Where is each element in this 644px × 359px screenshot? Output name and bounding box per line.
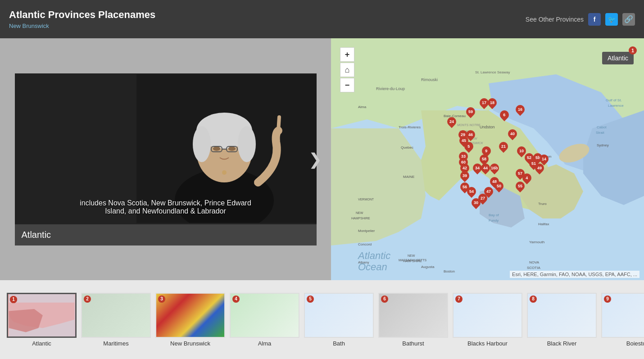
svg-point-13 — [222, 170, 227, 175]
thumbnail-item-6[interactable]: 6Bathurst — [378, 293, 448, 347]
thumbnail-label-4: Alma — [258, 340, 272, 347]
svg-text:Lawrence: Lawrence — [608, 104, 624, 108]
svg-text:VERMONT: VERMONT — [358, 198, 374, 201]
svg-text:Trois-Rivieres: Trois-Rivieres — [399, 125, 421, 129]
thumbnail-item-4[interactable]: 4Alma — [230, 293, 299, 347]
svg-text:Fundy: Fundy — [489, 218, 499, 223]
thumbnail-badge-4: 4 — [232, 295, 240, 303]
map-attribution: Esri, HERE, Garmin, FAO, NOAA, USGS, EPA… — [510, 271, 639, 278]
thumbnail-image-7: 7 — [453, 293, 522, 338]
thumbnail-label-5: Bath — [333, 340, 345, 347]
facebook-icon[interactable]: f — [588, 13, 601, 26]
thumbnail-item-2[interactable]: 2Maritimes — [81, 293, 151, 347]
thumbnail-label-3: New Brunswick — [170, 340, 210, 347]
thumbnail-badge-7: 7 — [455, 295, 463, 303]
svg-text:MASSACHUSETTS: MASSACHUSETTS — [399, 259, 427, 262]
thumbnail-image-4: 4 — [230, 293, 299, 338]
map-panel[interactable]: Atlantic Ocean Rimouski Riviere-du-Loup … — [331, 38, 644, 280]
map-controls: + ⌂ − — [340, 47, 354, 92]
svg-text:MAINE: MAINE — [403, 175, 414, 179]
thumbnail-image-5: 5 — [304, 293, 374, 338]
svg-text:NOVA: NOVA — [529, 260, 540, 264]
thumbnails-bar: 1 1Atlantic2Maritimes3New Brunswick4Alma… — [0, 280, 644, 359]
thumbnail-item-8[interactable]: 8Black River — [527, 293, 597, 347]
thumbnail-badge-3: 3 — [158, 295, 165, 303]
video-title: Atlantic — [22, 230, 51, 240]
thumbnail-item-7[interactable]: 7Blacks Harbour — [453, 293, 522, 347]
thumbnail-item-9[interactable]: 9Boiesto — [601, 293, 644, 347]
home-button[interactable]: ⌂ — [340, 63, 354, 77]
svg-point-5 — [193, 126, 211, 162]
thumbnail-badge-5: 5 — [307, 295, 314, 303]
video-title-bar: Atlantic — [15, 224, 317, 245]
main-content: includes Nova Scotia, New Brunswick, Pri… — [0, 38, 644, 280]
thumbnail-image-6: 6 — [378, 293, 448, 338]
header-right: See Other Provinces f 🐦 🔗 — [526, 13, 635, 26]
svg-text:Atlantic: Atlantic — [357, 250, 390, 261]
svg-text:NEW: NEW — [356, 211, 363, 214]
svg-text:Boston: Boston — [444, 269, 455, 273]
thumbnail-item-1[interactable]: 1 1Atlantic — [7, 293, 77, 347]
thumbnail-item-5[interactable]: 5Bath — [304, 293, 374, 347]
svg-point-8 — [228, 146, 236, 151]
svg-text:Undston: Undston — [480, 125, 495, 129]
thumbnail-badge-6: 6 — [381, 295, 388, 303]
video-subtitle: includes Nova Scotia, New Brunswick, Pri… — [37, 199, 294, 215]
svg-text:Cabot: Cabot — [597, 125, 607, 129]
svg-text:Augusta: Augusta — [421, 265, 435, 269]
thumbnail-badge-2: 2 — [84, 295, 91, 303]
header-left: Atlantic Provinces Placenames New Brunsw… — [9, 9, 155, 29]
thumbnail-label-7: Blacks Harbour — [467, 340, 508, 347]
svg-point-7 — [213, 146, 220, 151]
app-subtitle: New Brunswick — [9, 23, 155, 29]
svg-text:Riviere-du-Loup: Riviere-du-Loup — [376, 86, 405, 91]
svg-text:NEW: NEW — [408, 254, 415, 257]
video-player[interactable]: includes Nova Scotia, New Brunswick, Pri… — [15, 73, 317, 224]
svg-text:Montpelier: Montpelier — [358, 229, 375, 233]
thumbnail-image-3: 3 — [155, 293, 225, 338]
app-header: Atlantic Provinces Placenames New Brunsw… — [0, 0, 644, 38]
svg-text:Albany: Albany — [358, 260, 369, 264]
video-panel: includes Nova Scotia, New Brunswick, Pri… — [0, 38, 331, 280]
svg-point-6 — [238, 126, 256, 162]
thumbnail-image-2: 2 — [81, 293, 151, 338]
svg-text:SCOTIA: SCOTIA — [527, 266, 540, 270]
svg-text:HAMPSHIRE: HAMPSHIRE — [351, 217, 370, 220]
svg-text:Baie-Comeau: Baie-Comeau — [444, 114, 466, 118]
thumbnail-image-1: 1 1 — [7, 293, 77, 338]
svg-text:Sydney: Sydney — [597, 143, 609, 147]
thumbnail-image-9: 9 — [601, 293, 644, 338]
svg-text:Alma: Alma — [358, 105, 367, 109]
svg-text:Strait: Strait — [596, 131, 604, 135]
thumbnail-label-1: Atlantic — [32, 340, 51, 347]
thumbnail-badge-8: 8 — [530, 295, 537, 303]
svg-text:Yarmouth: Yarmouth — [529, 240, 544, 244]
svg-text:Bay of: Bay of — [489, 213, 499, 217]
twitter-icon[interactable]: 🐦 — [605, 13, 618, 26]
svg-text:Halifax: Halifax — [538, 222, 549, 226]
thumbnail-image-8: 8 — [527, 293, 597, 338]
thumbnails-container: 1 1Atlantic2Maritimes3New Brunswick4Alma… — [7, 293, 644, 347]
thumbnail-item-3[interactable]: 3New Brunswick — [155, 293, 225, 347]
svg-text:Quebec: Quebec — [401, 145, 413, 150]
thumbnail-badge-1: 1 — [10, 296, 17, 303]
svg-line-12 — [278, 117, 279, 131]
svg-text:Concord: Concord — [358, 242, 372, 246]
video-next-arrow[interactable]: ❯ — [308, 150, 322, 169]
thumbnail-label-8: Black River — [547, 340, 577, 347]
atlantic-badge: 1 — [629, 46, 637, 55]
svg-text:St. Lawrence Seaway: St. Lawrence Seaway — [475, 70, 510, 74]
link-icon[interactable]: 🔗 — [622, 13, 635, 26]
thumbnail-label-2: Maritimes — [103, 340, 128, 347]
zoom-out-button[interactable]: − — [340, 78, 354, 92]
atlantic-map-label[interactable]: Atlantic — [602, 52, 634, 64]
thumbnail-label-6: Bathurst — [402, 340, 424, 347]
see-other-provinces-label: See Other Provinces — [526, 16, 584, 23]
svg-text:Truro: Truro — [538, 202, 547, 206]
svg-text:Gulf of St.: Gulf of St. — [606, 98, 622, 102]
svg-text:Rimouski: Rimouski — [421, 77, 438, 82]
svg-text:MONTS NOTRE: MONTS NOTRE — [457, 123, 481, 127]
thumbnail-label-9: Boiesto — [626, 340, 644, 347]
video-container[interactable]: includes Nova Scotia, New Brunswick, Pri… — [15, 73, 317, 224]
zoom-in-button[interactable]: + — [340, 47, 354, 62]
